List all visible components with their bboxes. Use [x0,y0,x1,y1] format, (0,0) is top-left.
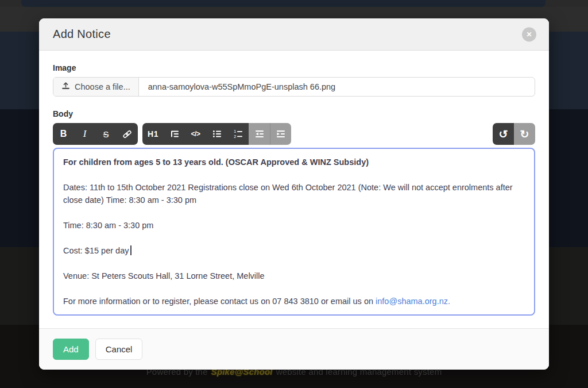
editor-paragraph: For more information or to register, ple… [63,295,525,308]
blockquote-button[interactable] [164,123,185,145]
link-icon [122,129,133,140]
bold-button[interactable]: B [53,123,74,145]
italic-button[interactable]: I [74,123,95,145]
add-notice-modal: Add Notice ✕ Image Choose a file... anna… [39,18,549,370]
undo-icon: ↺ [499,128,508,141]
editor-paragraph: Venue: St Peters Scouts Hall, 31 Lorne S… [63,270,525,282]
image-file-input[interactable]: Choose a file... anna-samoylova-w55SpMmo… [53,77,535,97]
svg-text:1: 1 [234,129,236,133]
indent-button[interactable] [270,123,291,145]
outdent-icon [254,129,265,139]
bullet-list-button[interactable] [206,123,227,145]
cancel-button[interactable]: Cancel [95,339,143,360]
heading1-button[interactable]: H1 [142,123,164,145]
undo-button[interactable]: ↺ [493,123,514,145]
outdent-button[interactable] [249,123,270,145]
ordered-list-icon: 1 2 [233,129,243,139]
editor-paragraph: For children from ages 5 to 13 years old… [63,156,525,168]
svg-text:2: 2 [234,135,236,139]
redo-icon: ↻ [520,128,529,141]
editor-toolbar: B I S [53,123,535,145]
body-field-label: Body [53,109,535,118]
text-cursor [130,245,131,255]
image-field-label: Image [53,63,535,72]
modal-title: Add Notice [53,28,111,41]
redo-button[interactable]: ↻ [514,123,535,145]
code-button[interactable]: </> [185,123,206,145]
selected-filename: anna-samoylova-w55SpMmoPgE-unsplash 66.p… [139,78,535,96]
editor-paragraph: Time: 8:30 am - 3:30 pm [63,219,525,232]
upload-icon [61,82,70,92]
toolbar-history-group: ↺ ↻ [493,123,535,145]
page-backdrop: Powered by theSpike@Schoolwebsite and le… [0,0,588,388]
modal-header: Add Notice ✕ [39,18,549,51]
email-link[interactable]: info@shama.org.nz. [376,297,450,306]
toolbar-block-group: H1 </> [142,123,291,145]
modal-content: Image Choose a file... anna-samoylova-w5… [39,51,549,328]
close-icon[interactable]: ✕ [522,27,536,41]
add-button[interactable]: Add [53,339,89,360]
indent-icon [276,129,286,139]
choose-file-label: Choose a file... [75,82,130,91]
modal-footer: Add Cancel [39,328,549,370]
editor-paragraph: Dates: 11th to 15th October 2021 Registr… [63,181,525,206]
editor-paragraph: Cost: $15 per day [63,244,525,257]
choose-file-button[interactable]: Choose a file... [53,78,139,96]
body-rich-text-editor[interactable]: For children from ages 5 to 13 years old… [53,148,535,316]
toolbar-format-group: B I S [53,123,138,145]
dimmed-navbar [21,0,546,7]
bullet-list-icon [212,129,222,139]
link-button[interactable] [117,123,138,145]
blockquote-icon [169,129,180,139]
strikethrough-button[interactable]: S [95,123,117,145]
ordered-list-button[interactable]: 1 2 [227,123,249,145]
